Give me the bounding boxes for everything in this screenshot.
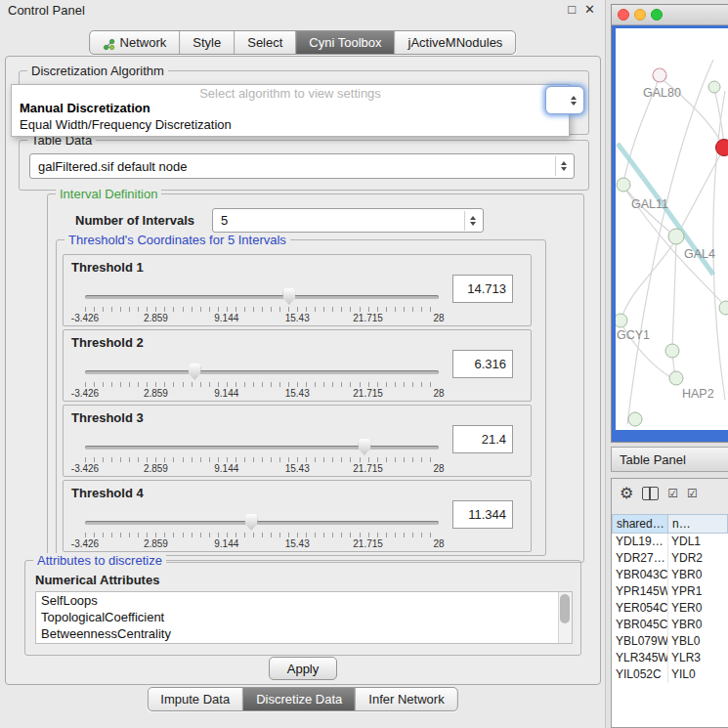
column-header-name[interactable]: n… [668,514,728,534]
table-row[interactable]: YLR345W YLR3 [612,650,728,666]
list-item[interactable]: BetweennessCentrality [36,625,572,642]
node-gal80[interactable] [653,68,666,82]
mac-minimize-button[interactable] [634,9,646,21]
gear-icon[interactable]: ⚙ [620,486,633,501]
table-row[interactable]: YBR045C YBR0 [612,617,728,633]
threshold-2-label: Threshold 2 [71,335,144,350]
threshold-1-value-field[interactable]: 14.713 [452,275,513,303]
tab-select[interactable]: Select [235,31,296,54]
float-window-icon[interactable]: □ [568,2,576,17]
checkbox-icon[interactable]: ☑ [667,488,678,499]
threshold-4-label: Threshold 4 [71,486,144,500]
list-scrollbar[interactable] [558,592,572,643]
node-selected-red[interactable] [716,140,728,156]
algorithm-dropdown-popup: Select algorithm to view settings Manual… [11,84,570,137]
tab-impute-data[interactable]: Impute Data [148,688,243,710]
slider-track[interactable] [85,446,439,450]
scale-label: 28 [433,313,444,323]
node-label-gal80: GAL80 [643,86,681,100]
scale-label: 28 [433,388,444,399]
cell: YDL19… [612,534,668,550]
node-hap2[interactable] [669,371,683,385]
node[interactable] [708,81,720,93]
tab-impute-data-label: Impute Data [160,689,230,710]
tab-style[interactable]: Style [180,31,235,54]
scale-label: 21.715 [353,463,383,474]
slider-scale: -3.426 2.859 9.144 15.43 21.715 28 [85,463,439,474]
close-window-icon[interactable]: ✕ [584,2,595,17]
table-data-combobox[interactable]: galFiltered.sif default node [29,153,575,179]
scale-label: -3.426 [71,388,99,399]
table-row[interactable]: YDR27… YDR2 [612,550,728,567]
tab-infer-network[interactable]: Infer Network [356,688,456,710]
cell: YBL0 [668,633,728,650]
scale-label: 9.144 [214,313,238,323]
tab-discretize-data-label: Discretize Data [256,689,342,710]
column-header-shared-name[interactable]: shared… [612,514,668,534]
slider-ticks [85,457,439,462]
slider-thumb[interactable] [245,514,258,531]
number-of-intervals-combobox[interactable]: 5 [212,208,484,233]
node-gcy1[interactable] [616,314,627,327]
table-row[interactable]: YDL19… YDL1 [612,534,728,550]
slider-thumb[interactable] [358,439,370,455]
dropdown-item-equal-width-frequency[interactable]: Equal Width/Frequency Discretization [20,117,232,132]
slider-ticks [85,533,439,537]
network-icon [103,36,115,49]
control-panel-titlebar[interactable]: Control Panel □ ✕ [0,0,605,21]
scale-label: -3.426 [71,313,99,323]
network-canvas[interactable]: GAL80 GAL11 GAL4 GCY1 HAP2 [616,28,728,430]
cell: YLR3 [668,650,728,666]
tab-cyni-toolbox[interactable]: Cyni Toolbox [296,31,395,54]
checkbox-icon[interactable]: ☑ [687,488,698,499]
table-row[interactable]: YIL052C YIL0 [612,666,728,683]
mac-zoom-button[interactable] [651,9,663,21]
tab-network[interactable]: Network [90,31,181,54]
tab-discretize-data[interactable]: Discretize Data [243,688,356,710]
node[interactable] [665,344,679,358]
tab-jactivemnodules[interactable]: jActiveMNodules [396,31,516,54]
slider-track[interactable] [85,521,439,525]
columns-icon[interactable] [642,487,659,500]
node[interactable] [628,412,642,426]
threshold-2-panel: Threshold 2 -3.426 2.859 9.144 15.43 21.… [63,329,532,402]
table-panel-header[interactable]: Table Panel [611,447,728,472]
node-gal4[interactable] [668,229,684,244]
network-view-window: GAL80 GAL11 GAL4 GCY1 HAP2 [611,4,728,443]
slider-thumb[interactable] [189,364,201,380]
scale-label: 9.144 [214,388,238,399]
tab-cyni-toolbox-label: Cyni Toolbox [309,32,381,54]
list-item[interactable]: TopologicalCoefficient [36,609,572,625]
node-label-gal11: GAL11 [631,197,668,211]
table-data-group: Table Data galFiltered.sif default node [19,140,589,191]
threshold-2-value-field[interactable]: 6.316 [452,350,513,378]
table-row[interactable]: YPR145W YPR1 [612,583,728,600]
numerical-attributes-list[interactable]: SelfLoops TopologicalCoefficient Between… [35,591,573,644]
dropdown-item-manual-discretization[interactable]: Manual Discretization [20,101,150,115]
threshold-3-slider[interactable] [85,439,439,454]
table-row[interactable]: YBR043C YBR0 [612,567,728,583]
network-graph: GAL80 GAL11 GAL4 GCY1 HAP2 [616,28,728,430]
network-window-titlebar[interactable] [612,5,728,25]
threshold-1-slider[interactable] [85,288,439,304]
thresholds-group-label: Threshold's Coordinates for 5 Intervals [64,233,290,247]
algorithm-combobox-fragment[interactable] [545,86,584,114]
threshold-4-value-field[interactable]: 11.344 [452,500,513,529]
apply-button[interactable]: Apply [269,657,337,680]
threshold-4-slider[interactable] [85,514,439,530]
node[interactable] [719,301,728,315]
mac-close-button[interactable] [618,9,629,21]
threshold-2-slider[interactable] [85,364,439,379]
slider-thumb[interactable] [282,288,295,305]
scrollbar-thumb[interactable] [560,594,570,623]
slider-track[interactable] [85,370,439,374]
cell: YBL079W [612,633,668,650]
node-gal11[interactable] [617,178,630,192]
list-item[interactable]: SelfLoops [36,592,572,609]
discretization-algorithm-label: Discretization Algorithm [27,64,168,78]
table-row[interactable]: YER054C YER0 [612,600,728,617]
threshold-3-value-field[interactable]: 21.4 [452,425,513,453]
slider-track[interactable] [85,295,439,299]
node-label-hap2: HAP2 [682,387,714,401]
table-row[interactable]: YBL079W YBL0 [612,633,728,650]
